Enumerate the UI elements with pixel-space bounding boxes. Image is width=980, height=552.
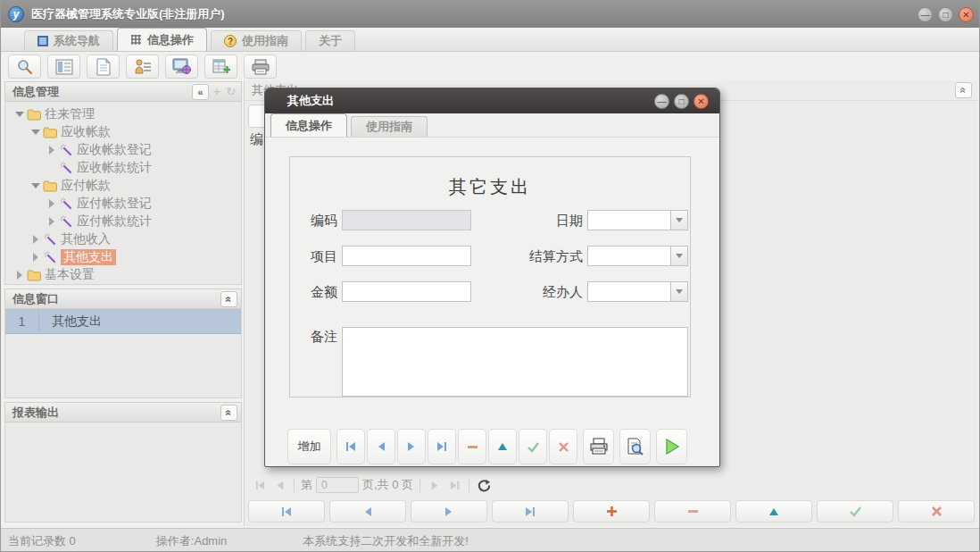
dropdown-arrow-icon[interactable]	[670, 247, 687, 265]
expense-form: 其它支出 编码 日期 项目 结算方式 金额 经办人 备注	[289, 156, 691, 397]
dialog-maximize-button[interactable]: □	[674, 94, 689, 109]
record-prev-button[interactable]	[329, 500, 406, 523]
document-icon	[96, 58, 111, 76]
window-list-item[interactable]: 1 其他支出	[5, 309, 241, 334]
new-document-button[interactable]	[87, 54, 120, 79]
record-last-button[interactable]	[492, 500, 569, 523]
folder-icon	[26, 109, 42, 121]
dialog-tab-user-guide[interactable]: 使用指南	[351, 116, 428, 137]
collapse-panel-button[interactable]: «	[220, 405, 237, 421]
expander-down-icon[interactable]	[29, 183, 42, 188]
main-toolbar	[1, 52, 980, 80]
report-output-panel-header: 报表输出 «	[4, 402, 242, 422]
print-button[interactable]	[244, 54, 277, 79]
tree-item-qita-zhichu[interactable]: 其他支出	[5, 248, 241, 266]
tree-item-yingfu[interactable]: 应付帐款	[5, 177, 241, 195]
tree-item-yingshou-dengji[interactable]: 应收帐款登记	[5, 141, 241, 159]
remote-view-button[interactable]	[165, 54, 198, 79]
settlement-combobox[interactable]	[587, 246, 688, 266]
folder-icon	[42, 127, 58, 138]
tree-item-jiben-shezhi[interactable]: 基本设置	[5, 266, 241, 284]
minimize-button[interactable]: —	[918, 7, 933, 22]
first-page-button[interactable]	[252, 477, 268, 493]
tree-item-yingshou[interactable]: 应收帐款	[5, 123, 241, 141]
prev-record-button[interactable]	[367, 429, 395, 464]
prev-page-button[interactable]	[271, 477, 287, 493]
tree-item-qita-shouru[interactable]: 其他收入	[5, 230, 241, 248]
wand-icon	[42, 233, 58, 246]
dialog-close-button[interactable]: ✕	[693, 94, 709, 109]
handler-combobox[interactable]	[587, 281, 688, 302]
sidebar: 信息管理 « + ↻ 往来管理 应收帐款 应收帐款登记 应收帐款统计	[4, 81, 242, 526]
operator-report-button[interactable]	[126, 54, 159, 79]
save-record-button[interactable]	[519, 429, 547, 464]
dropdown-arrow-icon[interactable]	[670, 211, 687, 230]
expander-right-icon[interactable]	[12, 271, 26, 280]
record-add-button[interactable]	[573, 500, 650, 523]
record-cancel-button[interactable]	[898, 500, 975, 523]
form-view-button[interactable]	[47, 54, 80, 79]
project-input[interactable]	[342, 246, 471, 266]
delete-record-button[interactable]	[458, 429, 486, 464]
remark-textarea[interactable]	[342, 327, 688, 397]
handler-label: 经办人	[511, 284, 583, 301]
tab-info-operation[interactable]: 信息操作	[117, 28, 207, 51]
tab-about[interactable]: 关于	[305, 30, 355, 51]
tree-item-wanglai[interactable]: 往来管理	[5, 105, 241, 123]
info-window-panel-header: 信息窗口 «	[4, 289, 242, 309]
record-edit-button[interactable]	[735, 500, 812, 523]
table-add-button[interactable]	[204, 54, 237, 79]
tree-label: 基本设置	[45, 267, 95, 283]
help-coin-icon: ?	[224, 35, 237, 47]
preview-record-button[interactable]	[619, 429, 651, 464]
expander-down-icon[interactable]	[29, 130, 42, 135]
refresh-grid-icon[interactable]	[476, 477, 492, 493]
collapse-panel-button[interactable]: «	[220, 291, 237, 307]
page-number-input[interactable]	[316, 477, 359, 493]
last-page-button[interactable]	[446, 477, 462, 493]
table-add-icon	[212, 58, 230, 75]
record-first-button[interactable]	[248, 500, 325, 523]
next-page-button[interactable]	[427, 477, 443, 493]
expander-down-icon[interactable]	[12, 112, 26, 117]
first-record-button[interactable]	[336, 429, 365, 464]
record-delete-button[interactable]	[654, 500, 731, 523]
tab-system-nav[interactable]: 系统导航	[24, 30, 113, 51]
tree-label: 应付帐款统计	[77, 213, 152, 230]
tree-label: 应收帐款统计	[77, 160, 152, 176]
print-record-button[interactable]	[583, 429, 614, 464]
record-next-button[interactable]	[411, 500, 487, 523]
date-combobox[interactable]	[587, 210, 688, 230]
amount-input[interactable]	[342, 281, 471, 302]
report-output-list	[4, 422, 242, 523]
expander-right-icon[interactable]	[45, 146, 58, 155]
tab-user-guide[interactable]: ? 使用指南	[211, 30, 302, 51]
cancel-record-button[interactable]	[549, 429, 577, 464]
maximize-button[interactable]: □	[938, 7, 953, 22]
dialog-minimize-button[interactable]: —	[654, 94, 669, 109]
refresh-icon[interactable]: ↻	[225, 85, 237, 98]
expander-right-icon[interactable]	[45, 199, 58, 208]
amount-label: 金额	[293, 284, 337, 301]
expander-right-icon[interactable]	[29, 253, 42, 262]
tree-item-yingfu-tongji[interactable]: 应付帐款统计	[5, 213, 241, 230]
collapse-sidebar-button[interactable]: «	[192, 84, 209, 100]
execute-button[interactable]	[656, 429, 687, 464]
tab-label: 系统导航	[54, 33, 100, 49]
dialog-tab-info-operation[interactable]: 信息操作	[270, 113, 347, 137]
dropdown-arrow-icon[interactable]	[670, 282, 687, 301]
add-icon[interactable]: +	[211, 85, 223, 98]
search-button[interactable]	[8, 54, 41, 79]
next-record-button[interactable]	[397, 429, 426, 464]
close-button[interactable]: ✕	[959, 7, 974, 22]
tree-item-yingshou-tongji[interactable]: 应收帐款统计	[5, 159, 241, 177]
add-button[interactable]: 增加	[287, 429, 331, 464]
last-record-button[interactable]	[428, 429, 456, 464]
page-total-label: 页,共 0 页	[362, 477, 413, 493]
expander-right-icon[interactable]	[45, 217, 58, 226]
collapse-content-button[interactable]: «	[955, 82, 972, 98]
record-save-button[interactable]	[817, 500, 893, 523]
edit-record-button[interactable]	[488, 429, 517, 464]
tree-item-yingfu-dengji[interactable]: 应付帐款登记	[5, 195, 241, 213]
expander-right-icon[interactable]	[29, 235, 42, 244]
